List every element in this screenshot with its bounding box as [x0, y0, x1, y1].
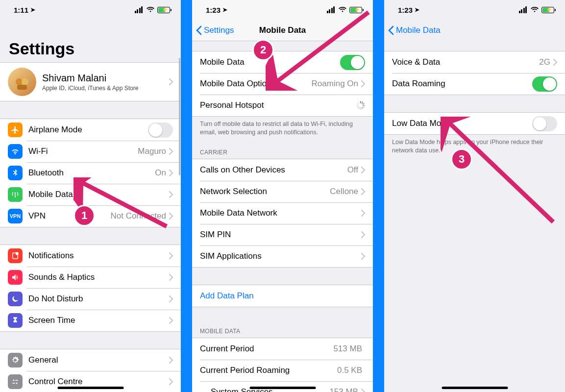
chevron-right-icon — [361, 389, 365, 392]
mobile-data-network-row[interactable]: Mobile Data Network — [192, 202, 373, 224]
row-label: Control Centre — [28, 377, 169, 387]
loading-spinner-icon — [356, 101, 365, 110]
hourglass-icon — [8, 313, 23, 328]
current-period-row[interactable]: Current Period 513 MB — [192, 338, 373, 360]
voice-and-data-row[interactable]: Voice & Data 2G — [384, 51, 565, 73]
svg-point-1 — [22, 78, 28, 85]
carrier-section: Calls on Other Devices Off Network Selec… — [192, 159, 373, 268]
home-indicator[interactable] — [442, 387, 508, 389]
sounds-row[interactable]: Sounds & Haptics — [0, 267, 181, 288]
row-value: 513 MB — [333, 344, 362, 354]
svg-rect-6 — [15, 380, 18, 381]
screen-time-row[interactable]: Screen Time — [0, 310, 181, 331]
add-data-plan-row[interactable]: Add Data Plan — [192, 285, 373, 307]
scroll-indicator — [179, 58, 180, 175]
airplane-icon — [8, 122, 23, 137]
row-label: Calls on Other Devices — [200, 165, 347, 175]
chevron-right-icon — [169, 148, 173, 155]
chevron-right-icon — [361, 210, 365, 217]
status-time: 1:23 — [398, 6, 413, 14]
battery-icon: ⚡ — [157, 7, 170, 13]
svg-point-5 — [13, 380, 15, 381]
profile-subtitle: Apple ID, iCloud, iTunes & App Store — [42, 85, 169, 92]
page-title: Settings — [0, 20, 181, 62]
chevron-right-icon — [169, 252, 173, 259]
usage-section: Current Period 513 MB Current Period Roa… — [192, 338, 373, 392]
annotation-arrow-2 — [266, 7, 373, 91]
back-label: Settings — [204, 25, 234, 35]
row-label: Current Period — [200, 344, 333, 354]
airplane-mode-toggle[interactable] — [148, 122, 173, 138]
sim-pin-row[interactable]: SIM PIN — [192, 224, 373, 245]
chevron-right-icon — [553, 59, 557, 66]
row-label: Airplane Mode — [28, 125, 148, 135]
wifi-icon — [8, 144, 23, 159]
calls-other-devices-row[interactable]: Calls on Other Devices Off — [192, 159, 373, 181]
chevron-right-icon — [169, 317, 173, 324]
step-badge-2: 2 — [252, 39, 274, 61]
row-label: Voice & Data — [392, 57, 539, 67]
wifi-icon — [531, 6, 539, 14]
nav-bar: Mobile Data — [384, 20, 565, 41]
row-label: Bluetooth — [28, 168, 155, 178]
network-selection-row[interactable]: Network Selection Cellone — [192, 181, 373, 202]
status-time: 1:11 — [14, 6, 28, 14]
row-label: Sounds & Haptics — [28, 272, 169, 282]
row-value: 0.5 KB — [337, 366, 362, 375]
svg-line-10 — [278, 12, 368, 81]
location-icon: ➤ — [30, 6, 35, 13]
row-label: Wi-Fi — [28, 147, 138, 156]
row-label: SIM Applications — [200, 251, 361, 261]
data-roaming-toggle[interactable] — [532, 76, 557, 92]
wifi-icon — [147, 6, 154, 14]
data-roaming-row[interactable]: Data Roaming — [384, 73, 565, 95]
bluetooth-icon — [8, 166, 23, 180]
airplane-mode-row[interactable]: Airplane Mode — [0, 119, 181, 141]
svg-rect-2 — [17, 85, 27, 90]
svg-point-4 — [16, 252, 19, 255]
cellular-signal-icon — [519, 6, 527, 13]
location-icon: ➤ — [222, 6, 227, 13]
row-value: Off — [347, 165, 358, 175]
row-label: Current Period Roaming — [200, 366, 337, 375]
svg-point-0 — [16, 78, 23, 85]
screen-3-mobile-data-options: 1:23 ➤ ⚡ Mobile Data Voice & Data 2G Dat… — [384, 0, 565, 392]
annotation-arrow-3 — [441, 117, 563, 229]
chevron-right-icon — [361, 231, 365, 238]
section-footer: Turn off mobile data to restrict all dat… — [192, 117, 373, 140]
step-badge-1: 1 — [74, 205, 95, 226]
back-button[interactable]: Mobile Data — [388, 20, 441, 41]
step-badge-3: 3 — [451, 148, 472, 170]
general-row[interactable]: General — [0, 349, 181, 371]
sim-applications-row[interactable]: SIM Applications — [192, 245, 373, 267]
voice-data-section: Voice & Data 2G Data Roaming — [384, 51, 565, 95]
cellular-signal-icon — [135, 6, 143, 13]
wifi-row[interactable]: Wi-Fi Maguro — [0, 141, 181, 162]
sounds-icon — [8, 270, 23, 285]
notifications-section: Notifications Sounds & Haptics Do Not Di… — [0, 245, 181, 332]
row-label: SIM PIN — [200, 230, 361, 240]
row-label: Notifications — [28, 251, 169, 261]
notifications-icon — [8, 248, 23, 263]
general-section: General Control Centre AA Display & Brig… — [0, 349, 181, 392]
personal-hotspot-row[interactable]: Personal Hotspot — [192, 95, 373, 116]
status-bar: 1:23 ➤ ⚡ — [384, 0, 565, 20]
apple-id-row[interactable]: Shivam Malani Apple ID, iCloud, iTunes &… — [0, 63, 181, 101]
profile-name: Shivam Malani — [42, 73, 169, 84]
chevron-right-icon — [169, 295, 173, 302]
chevron-right-icon — [169, 274, 173, 281]
mobile-data-usage-header: Mobile Data — [192, 307, 373, 338]
home-indicator[interactable] — [57, 387, 123, 389]
add-plan-section: Add Data Plan — [192, 285, 373, 307]
gear-icon — [8, 353, 23, 368]
home-indicator[interactable] — [249, 387, 316, 389]
battery-icon: ⚡ — [541, 7, 554, 13]
current-period-roaming-row[interactable]: Current Period Roaming 0.5 KB — [192, 360, 373, 381]
notifications-row[interactable]: Notifications — [0, 245, 181, 267]
row-label: Network Selection — [200, 187, 330, 196]
moon-icon — [8, 292, 23, 306]
status-time: 1:23 — [206, 6, 221, 14]
dnd-row[interactable]: Do Not Disturb — [0, 288, 181, 310]
back-button[interactable]: Settings — [196, 20, 234, 41]
row-label: General — [28, 355, 169, 365]
